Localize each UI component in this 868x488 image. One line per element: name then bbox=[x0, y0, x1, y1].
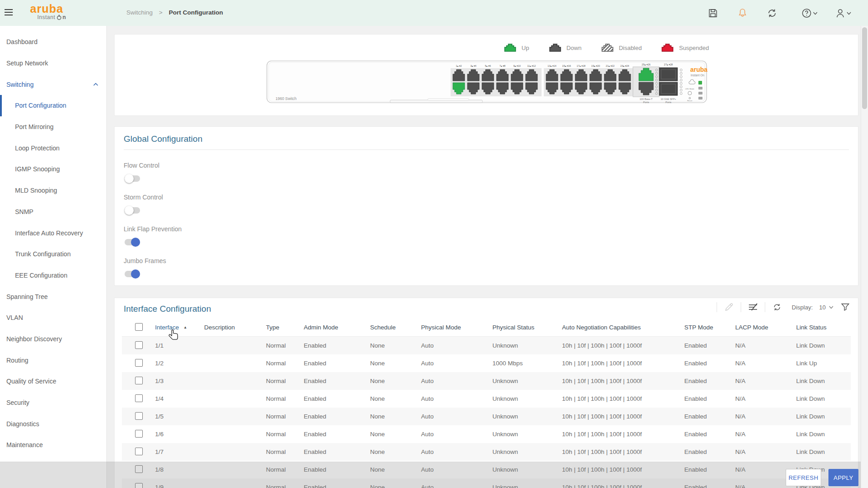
sidebar-item-mld-snooping[interactable]: MLD Snooping bbox=[0, 180, 106, 201]
cell-interface: 1/2 bbox=[155, 360, 204, 367]
column-header-admin-mode[interactable]: Admin Mode bbox=[304, 324, 370, 331]
sidebar-item-snmp[interactable]: SNMP bbox=[0, 201, 106, 223]
column-header-description[interactable]: Description bbox=[204, 324, 266, 331]
row-checkbox[interactable] bbox=[135, 359, 143, 367]
cell-schedule: None bbox=[370, 395, 421, 402]
account-icon[interactable] bbox=[835, 8, 846, 19]
svg-text:1960 Switch: 1960 Switch bbox=[276, 96, 297, 101]
sidebar-item-switching[interactable]: Switching bbox=[0, 74, 106, 95]
cell-admin_mode: Enabled bbox=[304, 342, 370, 349]
breadcrumb-current: Port Configuration bbox=[169, 9, 223, 16]
scrollbar-thumb[interactable] bbox=[862, 27, 867, 109]
table-row-1-3[interactable]: 1/3NormalEnabledNoneAutoUnknown10h | 10f… bbox=[122, 372, 851, 390]
sidebar-item-routing[interactable]: Routing bbox=[0, 349, 106, 371]
svg-text:11▴ ▾12: 11▴ ▾12 bbox=[527, 65, 536, 67]
cell-physical_mode: Auto bbox=[421, 395, 492, 402]
column-header-link-status[interactable]: Link Status bbox=[796, 324, 851, 331]
cell-admin_mode: Enabled bbox=[304, 360, 370, 367]
cell-physical_mode: Auto bbox=[421, 378, 492, 384]
cell-link_status: Link Down bbox=[796, 342, 851, 349]
row-checkbox[interactable] bbox=[135, 448, 143, 455]
column-header-stp-mode[interactable]: STP Mode bbox=[684, 324, 735, 331]
cell-physical_mode: Auto bbox=[421, 431, 492, 438]
cell-schedule: None bbox=[370, 360, 421, 367]
cell-lacp_mode: N/A bbox=[735, 413, 796, 420]
sidebar-item-diagnostics[interactable]: Diagnostics bbox=[0, 413, 106, 434]
cell-admin_mode: Enabled bbox=[304, 378, 370, 384]
table-header-row: Interface▲DescriptionTypeAdmin ModeSched… bbox=[122, 319, 851, 337]
sidebar-item-maintenance[interactable]: Maintenance bbox=[0, 434, 106, 456]
cell-link_status: Link Up bbox=[796, 360, 851, 367]
table-row-1-4[interactable]: 1/4NormalEnabledNoneAutoUnknown10h | 10f… bbox=[122, 390, 851, 408]
app: aruba Instant n Switching > Port Configu… bbox=[0, 0, 868, 488]
menu-icon[interactable] bbox=[5, 9, 13, 16]
display-count-dropdown[interactable]: 10 bbox=[819, 304, 833, 311]
clear-statistics-icon[interactable] bbox=[748, 302, 758, 313]
jumbo-frames-toggle[interactable] bbox=[125, 271, 140, 277]
cell-admin_mode: Enabled bbox=[304, 448, 370, 455]
cell-stp_mode: Enabled bbox=[684, 413, 735, 420]
svg-text:Instant On: Instant On bbox=[691, 74, 704, 77]
apply-button[interactable]: APPLY bbox=[828, 469, 858, 486]
sidebar-item-neighbor-discovery[interactable]: Neighbor Discovery bbox=[0, 329, 106, 350]
alerts-bell-icon[interactable] bbox=[737, 8, 748, 19]
table-refresh-icon[interactable] bbox=[772, 302, 783, 313]
filter-funnel-icon[interactable] bbox=[840, 302, 851, 313]
column-header-type[interactable]: Type bbox=[266, 324, 304, 331]
switch-front-panel[interactable]: 1960 Switch 1▴ ▾23▴ ▾45▴ ▾67▴ ▾89▴ ▾1011… bbox=[266, 60, 707, 105]
column-header-schedule[interactable]: Schedule bbox=[370, 324, 421, 331]
flow-control-toggle[interactable] bbox=[125, 175, 140, 182]
sync-icon[interactable] bbox=[767, 8, 778, 19]
sidebar-item-trunk-configuration[interactable]: Trunk Configuration bbox=[0, 244, 106, 265]
column-header-lacp-mode[interactable]: LACP Mode bbox=[735, 324, 796, 331]
help-chevron-down-icon[interactable] bbox=[813, 12, 818, 15]
account-chevron-down-icon[interactable] bbox=[847, 12, 851, 15]
link-flap-prevention-toggle[interactable] bbox=[125, 239, 140, 245]
cell-admin_mode: Enabled bbox=[304, 431, 370, 438]
refresh-button[interactable]: REFRESH bbox=[786, 469, 821, 486]
column-header-physical-status[interactable]: Physical Status bbox=[492, 324, 562, 331]
storm-control-toggle[interactable] bbox=[125, 207, 140, 214]
sidebar-item-port-configuration[interactable]: Port Configuration bbox=[0, 95, 106, 116]
select-all-checkbox[interactable] bbox=[135, 323, 143, 331]
help-icon[interactable] bbox=[801, 8, 812, 19]
page-scrollbar[interactable] bbox=[861, 26, 868, 488]
row-checkbox[interactable] bbox=[135, 377, 143, 384]
save-icon[interactable] bbox=[707, 8, 718, 19]
edit-pencil-icon[interactable] bbox=[723, 302, 734, 313]
sidebar-item-loop-protection[interactable]: Loop Protection bbox=[0, 137, 106, 159]
cell-type: Normal bbox=[266, 448, 304, 455]
row-checkbox[interactable] bbox=[135, 412, 143, 420]
svg-text:10 GbE SFP+: 10 GbE SFP+ bbox=[661, 98, 676, 100]
port-glyph-down bbox=[549, 44, 561, 52]
table-row-1-5[interactable]: 1/5NormalEnabledNoneAutoUnknown10h | 10f… bbox=[122, 408, 851, 425]
sidebar-item-quality-of-service[interactable]: Quality of Service bbox=[0, 371, 106, 392]
table-row-1-7[interactable]: 1/7NormalEnabledNoneAutoUnknown10h | 10f… bbox=[122, 443, 851, 461]
sidebar-item-eee-configuration[interactable]: EEE Configuration bbox=[0, 265, 106, 286]
cell-link_status: Link Down bbox=[796, 413, 851, 420]
sidebar-item-dashboard[interactable]: Dashboard bbox=[0, 31, 106, 53]
row-checkbox[interactable] bbox=[135, 430, 143, 438]
column-header-auto-negotiation-capabilities[interactable]: Auto Negotiation Capabilities bbox=[562, 324, 684, 331]
table-row-1-6[interactable]: 1/6NormalEnabledNoneAutoUnknown10h | 10f… bbox=[122, 425, 851, 443]
column-header-interface[interactable]: Interface▲ bbox=[155, 324, 204, 331]
sidebar-item-interface-auto-recovery[interactable]: Interface Auto Recovery bbox=[0, 222, 106, 244]
sidebar-item-setup-network[interactable]: Setup Network bbox=[0, 53, 106, 74]
apply-bar-overlay bbox=[0, 462, 861, 488]
table-row-1-1[interactable]: 1/1NormalEnabledNoneAutoUnknown10h | 10f… bbox=[122, 337, 851, 354]
svg-text:13▴ ▾14: 13▴ ▾14 bbox=[547, 65, 556, 67]
table-row-1-2[interactable]: 1/2NormalEnabledNoneAuto1000 Mbps10h | 1… bbox=[122, 354, 851, 372]
row-checkbox[interactable] bbox=[135, 341, 143, 349]
sidebar-item-port-mirroring[interactable]: Port Mirroring bbox=[0, 116, 106, 138]
sidebar-item-spanning-tree[interactable]: Spanning Tree bbox=[0, 286, 106, 307]
cell-lacp_mode: N/A bbox=[735, 378, 796, 384]
sidebar-item-vlan[interactable]: VLAN bbox=[0, 307, 106, 329]
breadcrumb-parent[interactable]: Switching bbox=[126, 9, 153, 16]
cell-admin_mode: Enabled bbox=[304, 395, 370, 402]
svg-text:23▴ ▾24: 23▴ ▾24 bbox=[620, 65, 629, 67]
row-checkbox[interactable] bbox=[135, 394, 143, 402]
legend-item-suspended: Suspended bbox=[662, 44, 709, 52]
column-header-physical-mode[interactable]: Physical Mode bbox=[421, 324, 492, 331]
sidebar-item-igmp-snooping[interactable]: IGMP Snooping bbox=[0, 159, 106, 180]
sidebar-item-security[interactable]: Security bbox=[0, 392, 106, 413]
